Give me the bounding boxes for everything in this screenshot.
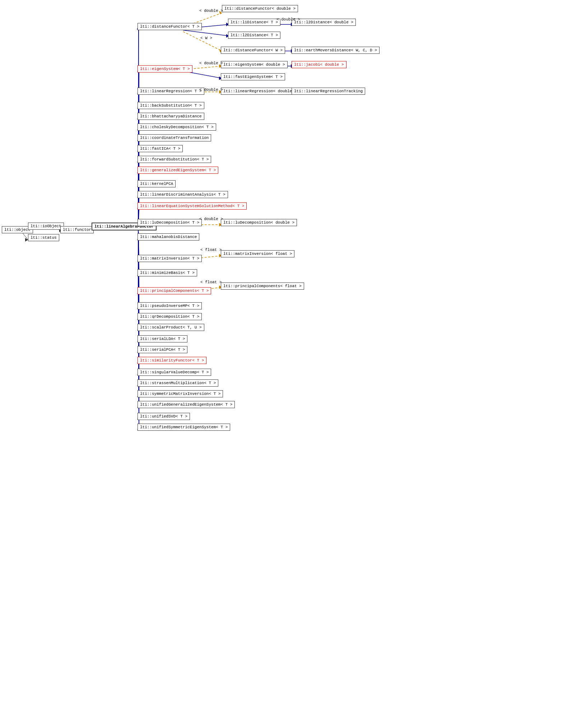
node-lti-backSubstitution-T: lti::backSubstitution< T > <box>138 102 204 109</box>
svg-line-19 <box>138 129 139 228</box>
diagram-container: lti::object lti::ioObject lti::status lt… <box>0 0 563 728</box>
node-lti-mahalanobisDistance: lti::mahalanobisDistance <box>138 233 199 241</box>
node-lti-status: lti::status <box>28 234 59 241</box>
node-lti-linearRegression-double: lti::linearRegression< double > <box>221 88 299 95</box>
node-lti-ioObject: lti::ioObject <box>28 223 64 230</box>
edge-label-W: < W > <box>200 36 212 40</box>
node-lti-forwardSubstitution-T: lti::forwardSubstitution< T > <box>138 156 211 163</box>
node-lti-linearDiscriminantAnalysis-T: lti::linearDiscriminantAnalysis< T > <box>138 191 228 198</box>
node-lti-l2Distance-double: lti::l2Distance< double > <box>292 19 356 26</box>
node-lti-distanceFunctor-T: lti::distanceFunctor< T > <box>138 23 202 30</box>
arrows-svg <box>0 0 563 728</box>
node-lti-strassenMultiplication-T: lti::strassenMultiplication< T > <box>138 379 218 387</box>
svg-line-43 <box>138 233 139 293</box>
node-lti-distanceFunctor-double: lti::distanceFunctor< double > <box>222 5 298 12</box>
edge-label-float-2: < float > <box>200 280 222 284</box>
edge-label-double-3: < double > <box>199 88 223 92</box>
node-lti-linearRegressionTracking: lti::linearRegressionTracking <box>292 88 365 95</box>
node-lti-linearRegression-T: lti::linearRegression< T > <box>138 88 204 95</box>
node-lti-eigenSystem-double: lti::eigenSystem< double > <box>221 61 288 68</box>
node-lti-bhattacharyyaDistance: lti::bhattacharyyaDistance <box>138 113 204 120</box>
svg-marker-3 <box>25 238 28 242</box>
node-lti-linearEquationSystemSolutionMethod-T: lti::linearEquationSystemSolutionMethod<… <box>138 202 247 210</box>
edge-label-double-4: < double > <box>199 217 223 221</box>
edge-label-double-1: < double > <box>199 9 223 13</box>
node-lti-luDecomposition-T: lti::luDecomposition< T > <box>138 219 202 226</box>
edge-label-double-l2: < double > <box>276 17 300 22</box>
node-lti-fastICA-T: lti::fastICA< T > <box>138 145 183 152</box>
node-lti-l2Distance-T: lti::l2Distance< T > <box>228 32 280 39</box>
node-lti-unifiedSVD-T: lti::unifiedSVD< T > <box>138 413 190 420</box>
node-lti-principalComponents-float: lti::principalComponents< float > <box>221 283 304 290</box>
node-lti-coordinateTransformation: lti::coordinateTransformation <box>138 134 211 141</box>
svg-line-73 <box>183 30 229 36</box>
node-lti-pseudoInverseMP-T: lti::pseudoInverseMP< T > <box>138 302 202 309</box>
node-lti-kernelPCA: lti::kernelPCA <box>138 180 176 187</box>
node-lti-singularValueDecomp-T: lti::singularValueDecomp< T > <box>138 369 211 376</box>
node-lti-similarityFunctor-T: lti::similarityFunctor< T > <box>138 357 206 364</box>
node-lti-l1Distance-T: lti::l1Distance< T > <box>228 19 280 26</box>
node-lti-luDecomposition-double: lti::luDecomposition< double > <box>221 219 297 226</box>
edge-label-float-1: < float > <box>200 248 222 252</box>
node-lti-jacobi-double: lti::jacobi< double > <box>292 61 346 68</box>
node-lti-choleskyDecomposition-T: lti::choleskyDecomposition< T > <box>138 123 216 131</box>
node-lti-scalarProduct-T-U: lti::scalarProduct< T, U > <box>138 324 204 331</box>
node-lti-unifiedSymmetricEigenSystem-T: lti::unifiedSymmetricEigenSystem< T > <box>138 424 230 431</box>
edge-label-double-2: < double > <box>199 61 223 65</box>
node-lti-symmetricMatrixInversion-T: lti::symmetricMatrixInversion< T > <box>138 390 223 397</box>
node-lti-minimizeBasis-T: lti::minimizeBasis< T > <box>138 269 197 276</box>
node-lti-serialPCA-T: lti::serialPCA< T > <box>138 346 187 353</box>
node-lti-distanceFunctor-W: lti::distanceFunctor< W > <box>221 47 285 54</box>
node-lti-qrDecomposition-T: lti::qrDecomposition< T > <box>138 313 202 320</box>
node-lti-fastEigenSystem-T: lti::fastEigenSystem< T > <box>221 73 285 80</box>
node-lti-unifiedGeneralizedEigenSystem-T: lti::unifiedGeneralizedEigenSystem< T > <box>138 401 235 408</box>
node-lti-serialLDA-T: lti::serialLDA< T > <box>138 335 187 342</box>
node-lti-eigenSystem-T: lti::eigenSystem< T > <box>138 65 192 73</box>
node-lti-matrixInversion-T: lti::matrixInversion< T > <box>138 255 202 262</box>
node-lti-earthMoversDistance: lti::earthMoversDistance< W, C, D > <box>292 47 380 54</box>
node-lti-principalComponents-T: lti::principalComponents< T > <box>138 287 211 294</box>
node-lti-matrixInversion-float: lti::matrixInversion< float > <box>221 250 294 257</box>
svg-line-75 <box>183 32 222 51</box>
svg-line-2 <box>22 233 28 240</box>
node-lti-functor: lti::functor <box>60 226 94 233</box>
node-lti-generalizedEigenSystem-T: lti::generalizedEigenSystem< T > <box>138 167 218 174</box>
